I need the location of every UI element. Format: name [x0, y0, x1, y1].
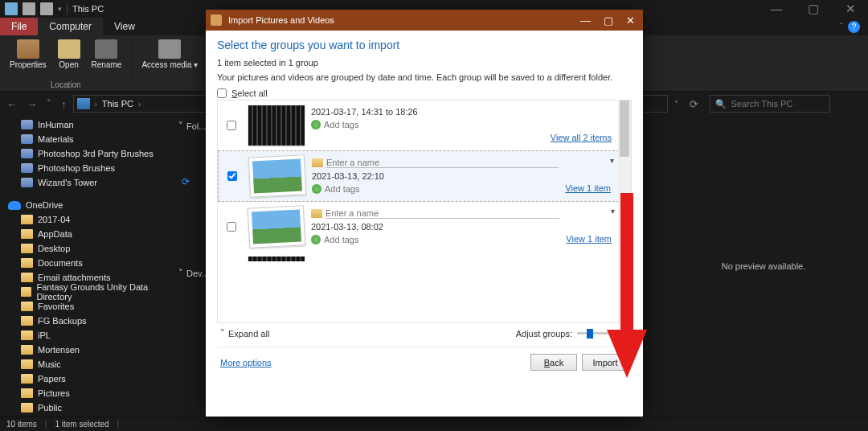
scrollbar[interactable]: [618, 101, 631, 322]
sidebar-item[interactable]: Public: [0, 400, 170, 415]
import-group[interactable]: Enter a name 2021-03-13, 08:02 Add tags …: [218, 202, 631, 252]
help-icon[interactable]: ?: [848, 21, 860, 33]
sidebar-item-label: Documents: [38, 258, 83, 268]
dialog-titlebar[interactable]: Import Pictures and Videos — ▢ ✕: [206, 10, 643, 31]
tab-computer[interactable]: Computer: [38, 18, 103, 35]
scrollbar-thumb[interactable]: [620, 101, 629, 157]
add-tags-link[interactable]: Add tags: [324, 120, 358, 129]
sidebar-item-label: Public: [38, 403, 62, 413]
sidebar-item[interactable]: Music: [0, 357, 170, 371]
folder-icon: [21, 258, 33, 268]
folder-icon: [21, 388, 33, 398]
import-group[interactable]: 2021-03-17, 14:31 to 18:26 Add tags View…: [218, 101, 631, 150]
sidebar-item[interactable]: Fantasy Grounds Unity Data Directory: [0, 285, 170, 299]
group-checkbox[interactable]: [227, 171, 237, 181]
sidebar-item[interactable]: AppData: [0, 227, 170, 241]
import-group[interactable]: [218, 252, 631, 261]
close-icon[interactable]: ✕: [837, 2, 863, 16]
view-items-link[interactable]: View all 2 items: [551, 133, 628, 146]
search-placeholder: Search This PC: [731, 99, 793, 109]
chevron-down-icon[interactable]: ▾: [610, 156, 614, 165]
chevron-right-icon[interactable]: ›: [95, 100, 97, 109]
chevron-right-icon[interactable]: ›: [138, 100, 141, 109]
sidebar-item[interactable]: Desktop: [0, 241, 170, 256]
group-checkbox[interactable]: [227, 121, 236, 130]
nav-history-icon[interactable]: ˅: [47, 98, 51, 110]
sidebar-item-onedrive[interactable]: OneDrive: [0, 198, 170, 212]
sidebar-item[interactable]: Wizard's Tower: [0, 175, 170, 190]
add-tags-link[interactable]: Add tags: [324, 235, 358, 244]
properties-button[interactable]: Properties: [6, 37, 50, 72]
maximize-icon[interactable]: ▢: [604, 14, 616, 27]
sidebar-item-label: Favorites: [38, 302, 74, 311]
folder-icon: [21, 149, 33, 158]
sidebar-item-label: Materials: [38, 134, 74, 144]
group-checkbox[interactable]: [227, 222, 236, 232]
sidebar-item[interactable]: FG Backups: [0, 314, 170, 328]
folder-icon: [21, 374, 33, 384]
sidebar-item[interactable]: Photoshop Brushes: [0, 161, 170, 175]
select-all-checkbox[interactable]: Select all: [217, 88, 632, 98]
open-button[interactable]: Open: [55, 37, 84, 72]
group-date: 2021-03-17, 14:31 to 18:26: [311, 107, 544, 117]
rename-button[interactable]: Rename: [88, 37, 125, 72]
sidebar-item[interactable]: Mortensen: [0, 343, 170, 357]
sidebar[interactable]: InHumanMaterialsPhotoshop 3rd Party Brus…: [0, 116, 170, 417]
access-media-button[interactable]: Access media ▾: [138, 37, 201, 72]
sidebar-item[interactable]: Materials: [0, 132, 170, 146]
window-title: This PC: [72, 4, 104, 14]
sidebar-item[interactable]: iPL: [0, 328, 170, 343]
minimize-icon[interactable]: —: [580, 14, 594, 27]
sidebar-item[interactable]: InHuman: [0, 117, 170, 132]
folder-icon: [21, 287, 31, 297]
folder-icon: [21, 316, 33, 326]
sidebar-item-label: FG Backups: [38, 316, 87, 326]
dialog-summary: 1 item selected in 1 group: [217, 58, 632, 68]
import-button[interactable]: Import: [582, 354, 628, 371]
sidebar-item-label: Mortensen: [38, 345, 80, 355]
this-pc-icon: [77, 98, 90, 109]
close-icon[interactable]: ✕: [626, 14, 638, 27]
qat-item-icon[interactable]: [40, 2, 53, 15]
checkbox[interactable]: [217, 88, 227, 98]
back-button[interactable]: Back: [530, 354, 577, 371]
sidebar-item[interactable]: Documents: [0, 256, 170, 270]
nav-up-icon[interactable]: ↑: [61, 98, 67, 110]
tab-view[interactable]: View: [103, 18, 146, 35]
sidebar-item-label: AppData: [38, 229, 72, 239]
qat-item-icon[interactable]: [23, 2, 35, 15]
search-input[interactable]: 🔍 Search This PC: [710, 95, 830, 113]
sidebar-item-label: InHuman: [38, 120, 74, 129]
sidebar-item-label: Email attachments: [38, 273, 110, 282]
status-bar: 10 items | 1 item selected |: [0, 417, 868, 431]
ribbon-collapse-icon[interactable]: ˆ: [840, 22, 843, 31]
sidebar-item-label: Fantasy Grounds Unity Data Directory: [36, 282, 170, 302]
adjust-groups-slider[interactable]: [577, 332, 628, 335]
sidebar-item[interactable]: Pictures: [0, 386, 170, 400]
group-name-input[interactable]: Enter a name: [326, 158, 559, 168]
expand-all-button[interactable]: ˅ Expand all: [220, 328, 269, 339]
qat-overflow-icon[interactable]: ▾: [58, 5, 62, 13]
nav-forward-icon[interactable]: →: [27, 98, 37, 110]
sidebar-item[interactable]: Papers: [0, 371, 170, 386]
more-options-link[interactable]: More options: [220, 358, 272, 367]
address-dropdown-icon[interactable]: ˅: [674, 100, 678, 109]
group-name-input[interactable]: Enter a name: [326, 208, 559, 219]
refresh-icon[interactable]: ⟳: [685, 98, 703, 110]
sidebar-item-label: Wizard's Tower: [38, 178, 97, 187]
tab-file[interactable]: File: [0, 18, 38, 35]
group-thumbnail: [248, 205, 306, 248]
dialog-description: Your pictures and videos are grouped by …: [217, 72, 632, 82]
sidebar-item[interactable]: 2017-04: [0, 212, 170, 227]
ribbon-group-label: Location: [51, 80, 81, 91]
sidebar-item-label: iPL: [38, 330, 51, 340]
sidebar-item[interactable]: Photoshop 3rd Party Brushes: [0, 146, 170, 161]
nav-back-icon[interactable]: ←: [6, 98, 17, 110]
breadcrumb[interactable]: This PC: [102, 99, 133, 109]
minimize-icon[interactable]: —: [764, 2, 789, 16]
add-tags-link[interactable]: Add tags: [325, 184, 359, 194]
import-group[interactable]: Enter a name 2021-03-13, 22:10 Add tags …: [218, 150, 631, 202]
slider-thumb[interactable]: [587, 329, 593, 339]
maximize-icon[interactable]: ▢: [800, 2, 826, 16]
chevron-down-icon[interactable]: ▾: [611, 207, 615, 216]
